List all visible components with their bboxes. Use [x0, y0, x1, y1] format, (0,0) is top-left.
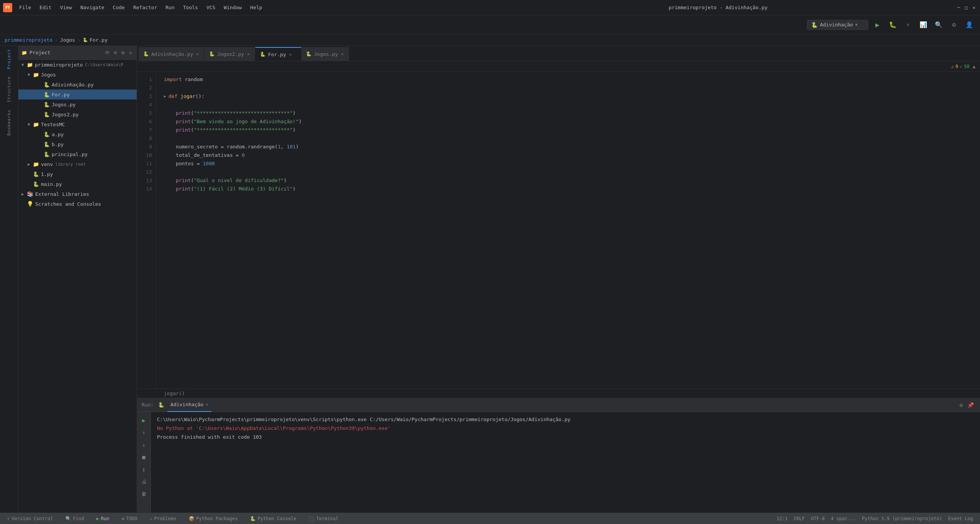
structure-sidebar-label[interactable]: Structure — [7, 76, 11, 103]
menu-tools[interactable]: Tools — [179, 3, 202, 12]
tab-jogos2[interactable]: 🐍 Jogos2.py ✕ — [204, 47, 255, 61]
status-python-packages[interactable]: 📦 Python Packages — [186, 513, 240, 524]
breadcrumb-folder[interactable]: Jogos — [60, 37, 75, 43]
tab-close-icon[interactable]: ✕ — [340, 51, 345, 57]
run-play-button[interactable]: ▶ — [139, 415, 149, 426]
status-find[interactable]: 🔍 Find — [63, 513, 87, 524]
menu-code[interactable]: Code — [109, 3, 129, 12]
tree-file-jogos2[interactable]: 🐍 Jogos2.py — [18, 109, 137, 119]
run-config-selector[interactable]: 🐍 Adivinhação ▼ — [807, 20, 868, 30]
python-file-icon: 🐍 — [260, 52, 266, 57]
run-command-text: C:\Users\Waio\PycharmProjects\primmeirop… — [157, 417, 570, 422]
tab-close-icon[interactable]: ✕ — [247, 51, 251, 57]
tree-folder-external[interactable]: ▶ 📚 External Libraries — [18, 189, 137, 199]
tab-for[interactable]: 🐍 For.py ✕ — [255, 47, 301, 61]
tree-folder-jogos[interactable]: ▼ 📁 Jogos — [18, 70, 137, 80]
tree-file-adivinhacao[interactable]: 🐍 Adivinhação.py — [18, 80, 137, 90]
tree-file-b[interactable]: 🐍 b.py — [18, 139, 137, 149]
run-print-button[interactable]: 🖨 — [139, 476, 149, 487]
status-run[interactable]: ▶ Run — [94, 513, 112, 524]
project-panel-toolbar: ⟳ ≡ ⚙ ✕ — [104, 49, 134, 56]
status-position[interactable]: 12:1 — [774, 513, 790, 524]
menu-refactor[interactable]: Refactor — [129, 3, 161, 12]
terminal-icon: ⬛ — [309, 516, 314, 521]
close-button[interactable]: ✕ — [971, 5, 977, 11]
tree-folder-venv[interactable]: ▶ 📁 venv library root — [18, 159, 137, 169]
menu-help[interactable]: Help — [247, 3, 266, 12]
menu-vcs[interactable]: VCS — [203, 3, 219, 12]
tree-file-main[interactable]: 🐍 main.py — [18, 179, 137, 189]
menu-window[interactable]: Window — [220, 3, 246, 12]
search-button[interactable]: 🔍 — [933, 19, 945, 31]
breadcrumb-project[interactable]: primmeiroprojeto — [5, 37, 52, 43]
tab-jogos[interactable]: 🐍 Jogos.py ✕ — [301, 47, 349, 61]
run-tab-close-icon[interactable]: ✕ — [206, 402, 208, 407]
tree-root-name: primmeiroprojeto — [35, 62, 83, 68]
breadcrumb-file[interactable]: For.py — [90, 37, 108, 43]
code-footer: jogar() — [137, 389, 980, 398]
run-error-text: No Python at 'C:\Users\Waio\AppData\Loca… — [157, 425, 570, 431]
status-version-control[interactable]: ↑ Version Control — [5, 513, 56, 524]
tree-file-principal[interactable]: 🐍 principal.py — [18, 149, 137, 159]
tab-adivinhacao[interactable]: 🐍 Adivinhação.py ✕ — [139, 47, 204, 61]
bookmarks-sidebar-label[interactable]: Bookmarks — [7, 109, 11, 136]
code-line: print("Bem vindo ao jogo de Adivinhação!… — [164, 117, 980, 125]
pin-icon[interactable]: 📌 — [966, 400, 975, 410]
minimize-button[interactable]: ─ — [956, 5, 962, 11]
run-scroll-up-icon[interactable]: ↑ — [139, 427, 149, 438]
run-stop-button[interactable]: ■ — [139, 452, 149, 462]
menu-view[interactable]: View — [56, 3, 76, 12]
tree-folder-testesmc[interactable]: ▼ 📁 TestesMC — [18, 119, 137, 129]
settings-icon[interactable]: ⚙ — [120, 49, 126, 56]
menu-navigate[interactable]: Navigate — [77, 3, 108, 12]
tree-item-name: Jogos2.py — [52, 112, 78, 117]
tree-root[interactable]: ▼ 📁 primmeiroprojeto C:\Users\Waio\P — [18, 60, 137, 70]
tree-scratches-consoles[interactable]: 💡 Scratches and Consoles — [18, 199, 137, 209]
project-sidebar-label[interactable]: Project — [7, 49, 11, 69]
status-indent[interactable]: 4 spac... — [828, 513, 858, 524]
status-problems[interactable]: ⚠ Problems — [147, 513, 179, 524]
tree-file-1[interactable]: 🐍 1.py — [18, 169, 137, 179]
profile-button[interactable]: 📊 — [917, 19, 929, 31]
tree-file-for[interactable]: 🐍 For.py — [18, 90, 137, 99]
code-footer-text: jogar() — [164, 391, 185, 396]
collapse-icon[interactable]: ▲ — [973, 64, 975, 69]
run-trash-button[interactable]: 🗑 — [139, 488, 149, 499]
run-rerun-button[interactable]: ↕ — [139, 464, 149, 475]
run-button[interactable]: ▶ — [871, 19, 884, 31]
status-python-console[interactable]: 🐍 Python Console — [248, 513, 299, 524]
python-file-icon: 🐍 — [44, 102, 50, 107]
status-terminal[interactable]: ⬛ Terminal — [306, 513, 341, 524]
account-button[interactable]: 👤 — [963, 19, 975, 31]
tree-item-name: a.py — [52, 132, 64, 137]
folder-icon: 📁 — [21, 50, 27, 55]
library-icon: 📚 — [27, 191, 33, 197]
code-line — [164, 134, 980, 142]
tree-file-a[interactable]: 🐍 a.py — [18, 129, 137, 139]
folder-icon: 📁 — [27, 62, 33, 68]
tab-close-icon[interactable]: ✕ — [288, 51, 292, 58]
hide-panel-icon[interactable]: ✕ — [127, 49, 134, 56]
maximize-button[interactable]: □ — [963, 5, 969, 11]
tree-file-jogos[interactable]: 🐍 Jogos.py — [18, 99, 137, 109]
status-line-sep[interactable]: CRLF — [791, 513, 807, 524]
collapse-all-icon[interactable]: ≡ — [113, 49, 119, 56]
settings-gear-icon[interactable]: ⚙ — [958, 400, 964, 410]
menu-bar: File Edit View Navigate Code Refactor Ru… — [15, 3, 484, 12]
run-tab[interactable]: Adivinhação ✕ — [167, 398, 211, 412]
code-content[interactable]: import random ▶ def jogar(): print("****… — [156, 72, 980, 389]
status-encoding[interactable]: UTF-8 — [808, 513, 827, 524]
run-panel-header: Run: 🐍 Adivinhação ✕ ⚙ 📌 — [137, 398, 980, 412]
menu-file[interactable]: File — [15, 3, 35, 12]
status-python-version[interactable]: Python 3.9 (primmeiroprojeto) — [859, 513, 944, 524]
tab-close-icon[interactable]: ✕ — [196, 51, 200, 57]
menu-edit[interactable]: Edit — [36, 3, 55, 12]
settings-button[interactable]: ⚙ — [948, 19, 960, 31]
status-event-log[interactable]: Event Log — [946, 513, 975, 524]
run-scroll-down-icon[interactable]: ↓ — [139, 439, 149, 450]
coverage-button[interactable]: ⚡ — [902, 19, 914, 31]
menu-run[interactable]: Run — [162, 3, 178, 12]
status-todo[interactable]: ≡ TODO — [119, 513, 139, 524]
sync-icon[interactable]: ⟳ — [104, 49, 111, 56]
debug-button[interactable]: 🐛 — [887, 19, 899, 31]
